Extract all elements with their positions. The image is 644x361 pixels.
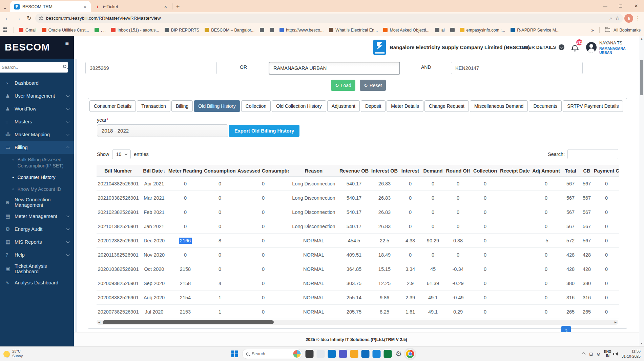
column-header-revenue-ob[interactable]: Revenue OB <box>338 165 370 177</box>
load-button[interactable]: ↻ Load <box>331 80 355 91</box>
site-settings-icon[interactable] <box>39 16 43 21</box>
tray-chevron-up-icon[interactable] <box>582 353 585 356</box>
column-header-total[interactable]: Total <box>561 165 580 177</box>
chevron-down-icon[interactable]: ⌄ <box>0 2 10 12</box>
bookmark-item[interactable]: BIP REPORTS <box>162 27 202 34</box>
tab-change-request[interactable]: Change Request <box>424 100 469 112</box>
bookmark-item[interactable]: , .. <box>92 27 108 34</box>
scroll-right-icon[interactable]: ► <box>613 320 618 324</box>
settings-icon[interactable]: ⚙ <box>395 350 403 358</box>
browser-menu-icon[interactable]: ⋮ <box>635 15 641 21</box>
sidebar-subitem-know-my-account-id[interactable]: ○Know My Account ID <box>0 183 74 195</box>
column-header-cb[interactable]: CB <box>580 165 594 177</box>
tab-old-collection-history[interactable]: Old Collection History <box>272 100 326 112</box>
sidebar-item-new-connection-management[interactable]: ⊕New Connection Management <box>0 195 74 210</box>
close-window-button[interactable]: ✕ <box>628 0 644 12</box>
column-header-demand[interactable]: Demand <box>421 165 445 177</box>
sidebar-item-masters[interactable]: ≡Masters <box>0 115 74 128</box>
scroll-down-icon[interactable]: ▼ <box>639 342 644 345</box>
close-tab-icon[interactable]: × <box>83 4 87 9</box>
bookmarks-overflow-icon[interactable]: » <box>591 27 594 33</box>
user-avatar[interactable] <box>586 42 597 53</box>
hamburger-icon[interactable]: ≡ <box>65 40 69 47</box>
scroll-up-icon[interactable]: ▲ <box>639 37 644 40</box>
column-header-interest-ob[interactable]: Interest OB <box>370 165 399 177</box>
reload-icon[interactable]: ↻ <box>24 14 34 23</box>
search-icon[interactable] <box>63 65 66 68</box>
year-select[interactable]: 2018 - 2022 <box>97 124 228 137</box>
column-header-receipt-date[interactable]: Receipt Date <box>499 165 531 177</box>
sidebar-subitem-bulk-billing-assesed-consumption-ip-set[interactable]: ○Bulk Billing /Assesed Consumption(IP SE… <box>0 154 74 172</box>
file-explorer-icon[interactable] <box>350 350 358 358</box>
close-tab-icon[interactable]: × <box>163 4 168 9</box>
apps-grid-icon[interactable] <box>3 27 9 33</box>
sidebar-item-master-mapping[interactable]: ⁂Master Mapping <box>0 128 74 141</box>
scrollbar-thumb[interactable] <box>640 60 643 95</box>
bookmark-item[interactable]: BESCOM – Bangalor... <box>202 27 257 34</box>
column-header-payment-c[interactable]: Payment C <box>594 165 619 177</box>
address-bar[interactable]: bescom.trm.ieasybill.com/RRMasterView/RR… <box>35 14 623 23</box>
tab-old-billing-history[interactable]: Old Billing History <box>194 100 240 112</box>
column-header-interest[interactable]: Interest <box>399 165 421 177</box>
bookmark-item[interactable]: https://www.besco... <box>277 27 326 34</box>
tab-documents[interactable]: Documents <box>529 100 562 112</box>
new-tab-button[interactable]: + <box>173 2 183 11</box>
scrollbar-thumb[interactable] <box>103 320 274 324</box>
back-icon[interactable]: ← <box>3 14 12 23</box>
page-size-select[interactable]: 10 <box>112 149 131 159</box>
store-icon[interactable] <box>372 350 380 358</box>
edge-icon[interactable] <box>328 350 336 358</box>
column-header-consumption[interactable]: Consumption <box>202 165 237 177</box>
bookmark-item[interactable]: al <box>433 27 447 34</box>
network-off-icon[interactable]: ⊘ <box>597 352 600 357</box>
table-search-input[interactable] <box>567 149 618 159</box>
sidebar-item-dashboard[interactable]: ◔Dashboard <box>0 77 74 89</box>
lens-search-icon[interactable]: ⌕ <box>609 15 612 21</box>
teams-icon[interactable] <box>339 350 347 358</box>
sidebar-item-ticket-analysis-dashboard[interactable]: ▣Ticket Analysis Dashboard <box>0 261 74 276</box>
tab-consumer-details[interactable]: Consumer Details <box>89 100 136 112</box>
browser-tab-iticket[interactable]: i i~Ticket × <box>91 1 171 12</box>
widgets-icon[interactable] <box>316 350 325 358</box>
taskbar-search[interactable]: Search <box>242 349 302 359</box>
forward-icon[interactable]: → <box>14 14 23 23</box>
bookmark-item[interactable]: Oracle Utilities Cust... <box>40 27 91 34</box>
speaker-icon[interactable] <box>615 352 618 356</box>
column-header-reason[interactable]: Reason <box>289 165 338 177</box>
sidebar-search-input[interactable] <box>0 62 68 73</box>
account-number-input[interactable] <box>85 62 217 74</box>
highlighted-cell-value[interactable]: 2166 <box>179 238 192 244</box>
all-bookmarks-label[interactable]: All Bookmarks <box>614 28 641 33</box>
cast-icon[interactable]: ⊟ <box>589 352 593 357</box>
start-button[interactable] <box>230 349 239 358</box>
column-header-round-off[interactable]: Round Off <box>445 165 471 177</box>
rr-number-input[interactable] <box>451 62 583 74</box>
sidebar-item-help[interactable]: ?Help <box>0 248 74 261</box>
bookmark-item[interactable]: Inbox (151) - aaorus... <box>109 27 162 34</box>
tab-transaction[interactable]: Transaction <box>137 100 170 112</box>
chrome-icon[interactable] <box>406 350 414 358</box>
taskbar-weather[interactable]: 23°C Sunny <box>0 349 75 359</box>
reset-button[interactable]: ↻ Reset <box>360 80 386 91</box>
sidebar-subitem-consumer-history[interactable]: ●Consumer History <box>0 172 74 183</box>
tab-billing[interactable]: Billing <box>171 100 193 112</box>
export-old-billing-history-button[interactable]: Export Old Billing History <box>229 125 299 137</box>
scroll-left-icon[interactable]: ◄ <box>97 320 102 324</box>
tab-adjustment[interactable]: Adjustment <box>327 100 360 112</box>
bookmark-item[interactable] <box>267 27 276 33</box>
bookmark-item[interactable]: Most Asked Objecti... <box>381 27 432 34</box>
url-text[interactable]: bescom.trm.ieasybill.com/RRMasterView/RR… <box>46 16 607 21</box>
tab-srtpv-payment-details[interactable]: SRTPV Payment Details <box>563 100 623 112</box>
column-header-adj-amount[interactable]: Adj Amount <box>531 165 561 177</box>
sidebar-item-user-management[interactable]: ♟User Management <box>0 89 74 102</box>
tab-meter-details[interactable]: Meter Details <box>387 100 423 112</box>
column-header-collection[interactable]: Collection <box>471 165 499 177</box>
sidebar-item-billing[interactable]: ▭Billing <box>0 141 74 154</box>
tab-miscellaneous-demand[interactable]: Miscellaneous Demand <box>470 100 528 112</box>
subdivision-select[interactable]: RAMANAGARA URBAN <box>269 62 400 75</box>
sidebar-item-energy-audit[interactable]: ⚙Energy Audit <box>0 223 74 236</box>
bookmark-star-icon[interactable]: ☆ <box>615 15 620 21</box>
bookmark-item[interactable] <box>448 27 457 33</box>
sidebar-item-workflow[interactable]: ♟WorkFlow <box>0 102 74 115</box>
taskbar-clock[interactable]: 11:56 31-10-2025 <box>622 349 641 359</box>
